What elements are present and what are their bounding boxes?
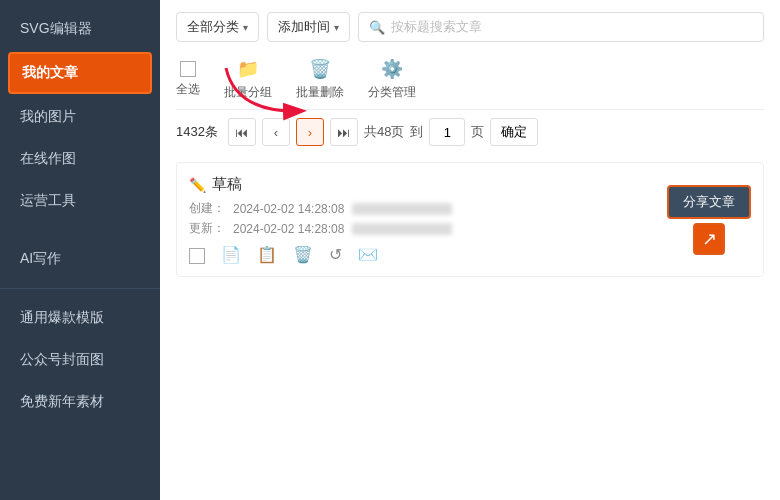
share-icon-button[interactable]: ↗ [693, 223, 725, 255]
first-page-btn[interactable]: ⏮ [228, 118, 256, 146]
history-icon[interactable]: ↺ [329, 245, 342, 264]
category-manage-label: 分类管理 [368, 84, 416, 101]
copy-icon[interactable]: 📋 [257, 245, 277, 264]
sidebar-item-online-drawing[interactable]: 在线作图 [0, 138, 160, 180]
created-label: 创建： [189, 200, 225, 217]
created-date: 2024-02-02 14:28:08 [233, 202, 344, 216]
sidebar-divider [0, 288, 160, 289]
sidebar-item-my-articles[interactable]: 我的文章 [8, 52, 152, 94]
prev-page-btn[interactable]: ‹ [262, 118, 290, 146]
category-filter[interactable]: 全部分类 ▾ [176, 12, 259, 42]
sidebar-item-operations-tools[interactable]: 运营工具 [0, 180, 160, 222]
share-arrow-icon: ↗ [702, 228, 717, 250]
sidebar: SVG编辑器 我的文章 我的图片 在线作图 运营工具 AI写作 通用爆款模版 公… [0, 0, 160, 500]
created-blur [352, 203, 452, 215]
select-all-label: 全选 [176, 81, 200, 98]
total-items: 1432条 [176, 123, 218, 141]
last-page-btn[interactable]: ⏭ [330, 118, 358, 146]
sidebar-item-svg-editor[interactable]: SVG编辑器 [0, 8, 160, 50]
search-box[interactable]: 🔍 按标题搜索文章 [358, 12, 764, 42]
select-all-checkbox[interactable] [180, 61, 196, 77]
time-filter-label: 添加时间 [278, 18, 330, 36]
share-btn-container: 分享文章 ↗ [667, 185, 751, 255]
article-checkbox-row [189, 248, 205, 264]
updated-date: 2024-02-02 14:28:08 [233, 222, 344, 236]
batch-group-label: 批量分组 [224, 84, 272, 101]
time-filter[interactable]: 添加时间 ▾ [267, 12, 350, 42]
article-card: ✏️ 草稿 创建： 2024-02-02 14:28:08 更新： 2024-0… [176, 162, 764, 277]
goto-label: 到 [410, 123, 423, 141]
prev-page-icon: ‹ [274, 125, 278, 140]
category-filter-arrow: ▾ [243, 22, 248, 33]
article-title: 草稿 [212, 175, 242, 194]
last-page-icon: ⏭ [337, 125, 350, 140]
total-pages: 共48页 [364, 123, 404, 141]
folder-icon: 📁 [237, 58, 259, 80]
time-filter-arrow: ▾ [334, 22, 339, 33]
first-page-icon: ⏮ [235, 125, 248, 140]
sidebar-item-my-images[interactable]: 我的图片 [0, 96, 160, 138]
sidebar-item-ai-writing[interactable]: AI写作 [0, 238, 160, 280]
batch-delete-label: 批量删除 [296, 84, 344, 101]
filter-row: 全部分类 ▾ 添加时间 ▾ 🔍 按标题搜索文章 [176, 12, 764, 42]
toolbar: 全选 📁 批量分组 🗑️ 批量删除 ⚙️ 分类管理 [176, 58, 764, 110]
file-icon[interactable]: 📄 [221, 245, 241, 264]
page-confirm-button[interactable]: 确定 [490, 118, 538, 146]
share-article-button[interactable]: 分享文章 [667, 185, 751, 219]
edit-icon: ✏️ [189, 177, 206, 193]
next-page-icon: › [308, 125, 312, 140]
sidebar-item-free-new-year[interactable]: 免费新年素材 [0, 381, 160, 423]
article-delete-icon[interactable]: 🗑️ [293, 245, 313, 264]
batch-delete-toolbar-item[interactable]: 🗑️ 批量删除 [296, 58, 344, 101]
trash-icon: 🗑️ [309, 58, 331, 80]
goto-page-input[interactable]: 1 [429, 118, 465, 146]
next-page-btn[interactable]: › [296, 118, 324, 146]
gear-icon: ⚙️ [381, 58, 403, 80]
select-all-toolbar-item[interactable]: 全选 [176, 61, 200, 98]
category-filter-label: 全部分类 [187, 18, 239, 36]
updated-blur [352, 223, 452, 235]
search-placeholder: 按标题搜索文章 [391, 18, 482, 36]
page-label: 页 [471, 123, 484, 141]
category-manage-toolbar-item[interactable]: ⚙️ 分类管理 [368, 58, 416, 101]
batch-group-toolbar-item[interactable]: 📁 批量分组 [224, 58, 272, 101]
sidebar-item-cover-images[interactable]: 公众号封面图 [0, 339, 160, 381]
article-checkbox[interactable] [189, 248, 205, 264]
updated-label: 更新： [189, 220, 225, 237]
main-content: 全部分类 ▾ 添加时间 ▾ 🔍 按标题搜索文章 全选 📁 批量分组 🗑️ 批量删… [160, 0, 780, 500]
sidebar-item-popular-templates[interactable]: 通用爆款模版 [0, 297, 160, 339]
pagination-row: 1432条 ⏮ ‹ › ⏭ 共48页 到 1 页 确定 [176, 118, 764, 146]
message-icon[interactable]: ✉️ [358, 245, 378, 264]
search-icon: 🔍 [369, 20, 385, 35]
pagination-wrapper: 1432条 ⏮ ‹ › ⏭ 共48页 到 1 页 确定 [176, 118, 764, 162]
